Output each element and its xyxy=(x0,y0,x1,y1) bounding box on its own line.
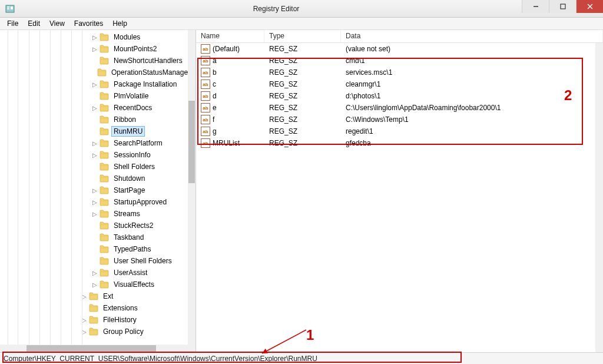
menu-help[interactable]: Help xyxy=(108,18,132,29)
value-type: REG_SZ xyxy=(264,139,341,147)
list-item[interactable]: abfREG_SZC:\Windows\Temp\1 xyxy=(196,114,603,125)
tree-item-label: User Shell Folders xyxy=(111,256,174,266)
status-path: Computer\HKEY_CURRENT_USER\Software\Micr… xyxy=(4,355,317,363)
expand-icon[interactable]: ▷ xyxy=(91,199,98,206)
value-type: REG_SZ xyxy=(264,68,341,77)
tree-item[interactable]: ▷Modules xyxy=(91,31,188,43)
value-type: REG_SZ xyxy=(264,115,341,124)
tree-item[interactable]: ▷RunMRU xyxy=(91,125,188,137)
tree-item-label: Shell Folders xyxy=(111,161,157,172)
tree-item[interactable]: ▷StartPage xyxy=(91,184,188,196)
folder-icon xyxy=(100,151,109,159)
list-item[interactable]: abeREG_SZC:\Users\linglom\AppData\Roamin… xyxy=(196,102,603,114)
list-item[interactable]: abgREG_SZregedit\1 xyxy=(196,125,603,137)
folder-icon xyxy=(89,304,98,312)
tree-item[interactable]: ▷Extensions xyxy=(81,302,188,314)
expand-icon[interactable]: ▷ xyxy=(91,105,98,111)
tree-item[interactable]: ▷VisualEffects xyxy=(91,279,188,290)
minimize-button[interactable] xyxy=(522,0,549,13)
tree-item[interactable]: ▷Taskband xyxy=(91,231,188,243)
expand-icon[interactable]: ▷ xyxy=(91,187,98,194)
expand-icon[interactable]: ▷ xyxy=(91,140,98,147)
expand-icon[interactable]: ▷ xyxy=(91,46,98,52)
tree-item[interactable]: ▷RecentDocs xyxy=(91,102,188,114)
string-value-icon: ab xyxy=(201,115,210,124)
value-data: (value not set) xyxy=(341,45,603,53)
tree-horizontal-scrollbar[interactable] xyxy=(0,345,188,352)
tree-item-label: RunMRU xyxy=(111,126,145,137)
list-item[interactable]: ab(Default)REG_SZ(value not set) xyxy=(196,43,603,55)
value-type: REG_SZ xyxy=(264,92,341,100)
tree-item[interactable]: ▷Ribbon xyxy=(91,114,188,125)
value-data: cmd\1 xyxy=(341,57,603,65)
folder-icon xyxy=(100,280,109,289)
list-item[interactable]: abaREG_SZcmd\1 xyxy=(196,55,603,67)
tree-item[interactable]: ▷Ext xyxy=(81,290,188,302)
tree-item[interactable]: ▷UserAssist xyxy=(91,267,188,279)
expand-icon[interactable]: ▷ xyxy=(91,270,98,276)
tree-item[interactable]: ▷User Shell Folders xyxy=(91,255,188,267)
tree-item[interactable]: ▷Group Policy xyxy=(81,326,188,337)
expand-icon[interactable]: ▷ xyxy=(91,211,98,217)
tree-item[interactable]: ▷FileHistory xyxy=(81,314,188,326)
tree-item[interactable]: ▷Shell Folders xyxy=(91,161,188,173)
list-item[interactable]: abcREG_SZcleanmgr\1 xyxy=(196,78,603,90)
expand-icon[interactable]: ▷ xyxy=(81,329,88,335)
tree-item-label: StuckRects2 xyxy=(111,220,155,231)
window-title: Registry Editor xyxy=(20,5,532,13)
tree-item-label: StartupApproved xyxy=(111,197,169,207)
menu-favorites[interactable]: Favorites xyxy=(69,18,108,29)
expand-icon[interactable]: ▷ xyxy=(91,152,98,158)
list-item[interactable]: abMRUListREG_SZgfedcba xyxy=(196,137,603,149)
tree-item-label: OperationStatusManager xyxy=(109,67,188,78)
menu-file[interactable]: File xyxy=(2,18,23,29)
expand-icon[interactable]: ▷ xyxy=(81,317,88,323)
list-header: Name Type Data xyxy=(196,30,603,43)
expand-icon[interactable]: ▷ xyxy=(91,282,98,288)
tree-vertical-scrollbar[interactable] xyxy=(188,30,196,345)
string-value-icon: ab xyxy=(201,103,210,112)
tree-item[interactable]: ▷SearchPlatform xyxy=(91,137,188,149)
tree-item[interactable]: ▷StartupApproved xyxy=(91,196,188,208)
close-button[interactable] xyxy=(576,0,603,13)
tree-item-label: RecentDocs xyxy=(111,102,154,113)
list-item[interactable]: abdREG_SZd:\photos\1 xyxy=(196,90,603,102)
svg-rect-2 xyxy=(7,8,9,9)
value-data: services.msc\1 xyxy=(341,68,603,77)
column-type[interactable]: Type xyxy=(264,30,341,42)
value-name: d xyxy=(213,92,217,100)
menu-view[interactable]: View xyxy=(45,18,69,29)
list-item[interactable]: abbREG_SZservices.msc\1 xyxy=(196,67,603,78)
menu-edit[interactable]: Edit xyxy=(23,18,45,29)
tree-item[interactable]: ▷Package Installation xyxy=(91,78,188,90)
value-name: f xyxy=(213,115,214,124)
string-value-icon: ab xyxy=(201,127,210,136)
expand-icon[interactable]: ▷ xyxy=(81,293,88,300)
tree-item[interactable]: ▷NewShortcutHandlers xyxy=(91,55,188,67)
expand-icon[interactable]: ▷ xyxy=(91,34,98,41)
tree-item[interactable]: ▷Shutdown xyxy=(91,173,188,184)
tree-item[interactable]: ▷OperationStatusManager xyxy=(91,67,188,78)
svg-rect-1 xyxy=(7,6,9,8)
expand-icon[interactable]: ▷ xyxy=(91,81,98,88)
column-name[interactable]: Name xyxy=(196,30,264,42)
value-list-pane: Name Type Data ab(Default)REG_SZ(value n… xyxy=(196,30,603,352)
list-vertical-scrollbar[interactable] xyxy=(595,43,603,352)
tree-item[interactable]: ▷TypedPaths xyxy=(91,243,188,255)
tree-item-label: Extensions xyxy=(101,303,140,313)
tree-item-label: FileHistory xyxy=(101,315,139,325)
column-data[interactable]: Data xyxy=(341,30,603,42)
folder-icon xyxy=(100,257,109,265)
tree-item[interactable]: ▷PlmVolatile xyxy=(91,90,188,102)
value-name: b xyxy=(213,68,217,77)
tree-item[interactable]: ▷StuckRects2 xyxy=(91,220,188,231)
folder-icon xyxy=(100,186,109,194)
tree-item[interactable]: ▷Streams xyxy=(91,208,188,220)
tree-item[interactable]: ▷SessionInfo xyxy=(91,149,188,161)
tree-item-label: Package Installation xyxy=(111,79,179,90)
value-name: (Default) xyxy=(213,45,240,53)
tree-item-label: PlmVolatile xyxy=(111,91,151,101)
tree-item-label: MountPoints2 xyxy=(111,44,159,54)
tree-item[interactable]: ▷MountPoints2 xyxy=(91,43,188,55)
maximize-button[interactable] xyxy=(549,0,576,13)
